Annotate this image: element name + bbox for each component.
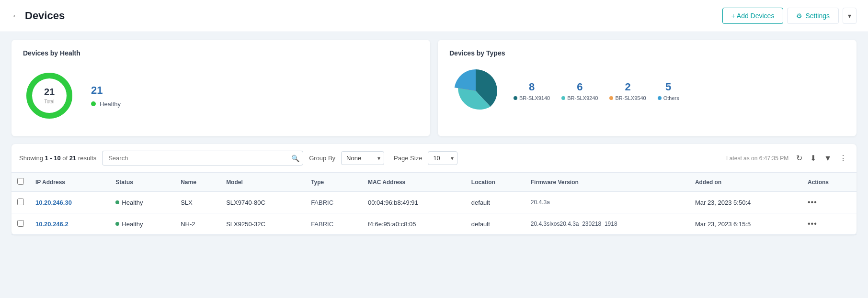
more-options-button[interactable]: ⋮ bbox=[837, 152, 849, 165]
search-input[interactable] bbox=[102, 151, 303, 166]
table-section: Showing 1 - 10 of 21 results 🔍 Group By … bbox=[11, 144, 857, 235]
row-model: SLX9250-32C bbox=[220, 213, 305, 235]
donut-number: 21 bbox=[44, 87, 55, 98]
healthy-label-item: Healthy bbox=[91, 100, 121, 108]
row-mac: 00:04:96:b8:49:91 bbox=[362, 192, 466, 213]
th-name: Name bbox=[175, 173, 220, 192]
download-button[interactable]: ⬇ bbox=[808, 152, 818, 165]
refresh-button[interactable]: ↻ bbox=[794, 152, 804, 165]
slx9240-count: 6 bbox=[577, 81, 582, 93]
row-status: Healthy bbox=[110, 192, 175, 213]
row-location: default bbox=[466, 213, 525, 235]
th-actions: Actions bbox=[802, 173, 857, 192]
status-label: Healthy bbox=[122, 199, 143, 206]
row-added-on: Mar 23, 2023 5:50:4 bbox=[689, 192, 802, 213]
back-button[interactable]: ← bbox=[11, 11, 20, 21]
page-title: Devices bbox=[25, 10, 65, 22]
gear-icon: ⚙ bbox=[796, 12, 802, 20]
donut-label: Total bbox=[44, 99, 54, 104]
th-firmware: Firmware Version bbox=[525, 173, 689, 192]
showing-text: Showing 1 - 10 of 21 results bbox=[19, 155, 96, 162]
search-wrapper: 🔍 bbox=[102, 151, 303, 166]
row-actions-button[interactable]: ••• bbox=[808, 198, 817, 207]
filter-button[interactable]: ▼ bbox=[822, 152, 834, 165]
header: ← Devices + Add Devices ⚙ Settings ▾ bbox=[0, 0, 868, 32]
status-dot bbox=[115, 222, 119, 226]
th-checkbox bbox=[11, 173, 30, 192]
table-toolbar: Showing 1 - 10 of 21 results 🔍 Group By … bbox=[11, 144, 857, 173]
table-header-row: IP Address Status Name Model Type MAC Ad… bbox=[11, 173, 857, 192]
row-type: FABRIC bbox=[305, 192, 362, 213]
page-size-label: Page Size bbox=[394, 155, 422, 162]
row-status: Healthy bbox=[110, 213, 175, 235]
group-by-label: Group By bbox=[309, 155, 335, 162]
th-status: Status bbox=[110, 173, 175, 192]
row-actions-cell: ••• bbox=[802, 213, 857, 235]
healthy-legend-item: 21 bbox=[91, 84, 121, 97]
toolbar-actions: ↻ ⬇ ▼ ⋮ bbox=[794, 152, 849, 165]
slx9140-dot bbox=[514, 96, 517, 100]
slx9540-label: BR-SLX9540 bbox=[609, 95, 646, 101]
row-model: SLX9740-80C bbox=[220, 192, 305, 213]
pie-chart bbox=[449, 65, 502, 117]
charts-row: Devices by Health 21 Total 21 Healthy bbox=[0, 32, 868, 144]
row-added-on: Mar 23, 2023 6:15:5 bbox=[689, 213, 802, 235]
row-checkbox[interactable] bbox=[17, 199, 24, 205]
row-firmware: 20.4.3a bbox=[525, 192, 689, 213]
settings-dropdown-button[interactable]: ▾ bbox=[843, 8, 857, 24]
row-ip: 10.20.246.30 bbox=[30, 192, 110, 213]
types-card: Devices by Types bbox=[438, 40, 857, 136]
donut-center: 21 Total bbox=[44, 87, 55, 105]
others-count: 5 bbox=[665, 81, 671, 93]
healthy-label: Healthy bbox=[100, 100, 121, 108]
others-dot bbox=[658, 96, 662, 100]
page-size-select[interactable]: 10 25 50 100 bbox=[428, 151, 457, 165]
add-devices-button[interactable]: + Add Devices bbox=[722, 8, 784, 24]
table-row: 10.20.246.30 Healthy SLX SLX9740-80C FAB… bbox=[11, 192, 857, 213]
donut-chart: 21 Total bbox=[23, 69, 76, 122]
table-row: 10.20.246.2 Healthy NH-2 SLX9250-32C FAB… bbox=[11, 213, 857, 235]
latest-text: Latest as on 6:47:35 PM bbox=[726, 155, 788, 162]
row-actions-cell: ••• bbox=[802, 192, 857, 213]
health-chart-content: 21 Total 21 Healthy bbox=[23, 65, 419, 127]
slx9540-count: 2 bbox=[625, 81, 630, 93]
healthy-count: 21 bbox=[91, 84, 103, 97]
row-name: SLX bbox=[175, 192, 220, 213]
healthy-dot bbox=[91, 101, 96, 106]
others-label: Others bbox=[658, 95, 679, 101]
header-right: + Add Devices ⚙ Settings ▾ bbox=[722, 8, 857, 24]
types-card-title: Devices by Types bbox=[449, 49, 845, 57]
type-legend-slx9540: 2 BR-SLX9540 bbox=[609, 81, 646, 101]
types-chart-content: 8 BR-SLX9140 6 BR-SLX9240 2 bbox=[449, 65, 845, 117]
row-firmware: 20.4.3slxos20.4.3a_230218_1918 bbox=[525, 213, 689, 235]
row-checkbox-cell bbox=[11, 213, 30, 235]
row-type: FABRIC bbox=[305, 213, 362, 235]
status-dot bbox=[115, 200, 119, 204]
devices-table: IP Address Status Name Model Type MAC Ad… bbox=[11, 173, 857, 235]
row-actions-button[interactable]: ••• bbox=[808, 220, 817, 228]
slx9240-label: BR-SLX9240 bbox=[561, 95, 598, 101]
row-checkbox-cell bbox=[11, 192, 30, 213]
types-legend: 8 BR-SLX9140 6 BR-SLX9240 2 bbox=[514, 81, 679, 101]
th-type: Type bbox=[305, 173, 362, 192]
th-mac: MAC Address bbox=[362, 173, 466, 192]
settings-button[interactable]: ⚙ Settings bbox=[787, 8, 839, 24]
slx9140-count: 8 bbox=[529, 81, 535, 93]
row-mac: f4:6e:95:a0:c8:05 bbox=[362, 213, 466, 235]
type-legend-slx9140: 8 BR-SLX9140 bbox=[514, 81, 550, 101]
type-legend-slx9240: 6 BR-SLX9240 bbox=[561, 81, 598, 101]
health-card: Devices by Health 21 Total 21 Healthy bbox=[11, 40, 430, 136]
select-all-checkbox[interactable] bbox=[17, 178, 24, 185]
search-icon-button[interactable]: 🔍 bbox=[291, 155, 299, 162]
row-checkbox[interactable] bbox=[17, 220, 24, 227]
health-card-title: Devices by Health bbox=[23, 49, 419, 57]
row-location: default bbox=[466, 192, 525, 213]
type-legend-others: 5 Others bbox=[658, 81, 679, 101]
slx9240-dot bbox=[561, 96, 565, 100]
slx9140-label: BR-SLX9140 bbox=[514, 95, 550, 101]
group-by-select[interactable]: None Model Type Location bbox=[341, 151, 384, 165]
th-model: Model bbox=[220, 173, 305, 192]
status-label: Healthy bbox=[122, 221, 143, 228]
th-added-on: Added on bbox=[689, 173, 802, 192]
health-legend: 21 Healthy bbox=[91, 84, 121, 108]
